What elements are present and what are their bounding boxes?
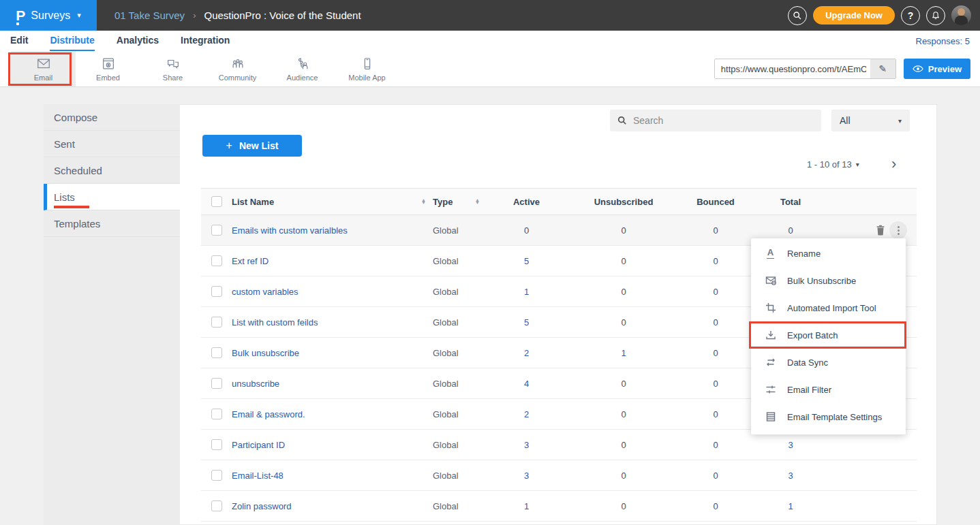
list-name-link[interactable]: Bulk unsubscribe [232, 348, 299, 358]
list-name-link[interactable]: Participant ID [232, 440, 285, 450]
sidebar-item-lists[interactable]: Lists [44, 184, 180, 210]
toolbar-item-email[interactable]: Email [11, 51, 76, 86]
total-count[interactable]: 3 [753, 440, 828, 450]
bounced-count[interactable]: 0 [678, 471, 753, 481]
row-checkbox[interactable] [211, 470, 222, 481]
list-search-input[interactable] [633, 115, 821, 126]
bounced-count[interactable]: 0 [678, 379, 753, 389]
active-count[interactable]: 2 [484, 348, 569, 358]
sidebar-item-templates[interactable]: Templates [44, 210, 180, 237]
surveys-product-menu[interactable]: P Surveys ▾ [0, 0, 97, 31]
sidebar-item-scheduled[interactable]: Scheduled [44, 157, 180, 184]
list-name-link[interactable]: Email-List-48 [232, 471, 284, 481]
bounced-count[interactable]: 0 [678, 409, 753, 419]
unsubscribed-count[interactable]: 0 [569, 501, 678, 511]
sidebar-item-sent[interactable]: Sent [44, 131, 180, 157]
list-filter-dropdown[interactable]: All ▾ [831, 110, 910, 131]
help-icon[interactable]: ? [901, 6, 920, 25]
unsubscribed-count[interactable]: 0 [569, 471, 678, 481]
menu-item-bulk-unsubscribe[interactable]: Bulk Unsubscribe [751, 267, 906, 294]
list-name-link[interactable]: Emails with custom varialbles [232, 225, 348, 236]
active-count[interactable]: 0 [484, 225, 569, 236]
row-checkbox[interactable] [211, 255, 222, 266]
menu-item-export-batch[interactable]: Export Batch [751, 321, 906, 349]
menu-item-email-template-settings[interactable]: Email Template Settings [751, 403, 906, 430]
pagination-range-dropdown[interactable]: 1 - 10 of 13 ▾ [807, 159, 859, 170]
new-list-button[interactable]: + New List [202, 135, 302, 157]
bounced-count[interactable]: 0 [678, 348, 753, 358]
bounced-count[interactable]: 0 [678, 317, 753, 328]
tab-analytics[interactable]: Analytics [117, 31, 159, 51]
sort-icon[interactable]: ▲▼ [475, 199, 480, 204]
bounced-count[interactable]: 0 [678, 440, 753, 450]
menu-item-automated-import-tool[interactable]: Automated Import Tool [751, 294, 906, 321]
row-checkbox[interactable] [211, 347, 222, 358]
sort-icon[interactable]: ▲▼ [421, 199, 426, 204]
active-count[interactable]: 4 [484, 379, 569, 389]
search-icon[interactable] [788, 6, 807, 25]
upgrade-now-button[interactable]: Upgrade Now [813, 6, 895, 25]
active-count[interactable]: 2 [484, 409, 569, 419]
email-sidebar: Compose Sent Scheduled Lists Templates [44, 104, 180, 525]
active-count[interactable]: 1 [484, 501, 569, 511]
unsubscribed-count[interactable]: 0 [569, 440, 678, 450]
menu-item-rename[interactable]: A Rename [751, 240, 906, 267]
user-avatar[interactable] [951, 5, 971, 25]
list-name-link[interactable]: custom variables [232, 287, 298, 297]
delete-trash-icon[interactable] [876, 224, 887, 236]
active-count[interactable]: 5 [484, 317, 569, 328]
active-count[interactable]: 5 [484, 256, 569, 266]
bounced-count[interactable]: 0 [678, 256, 753, 266]
total-count[interactable]: 0 [753, 225, 828, 236]
pagination-next-button[interactable]: › [891, 157, 896, 172]
row-checkbox[interactable] [211, 378, 222, 389]
edit-url-pencil-icon[interactable]: ✎ [870, 59, 895, 78]
active-count[interactable]: 3 [484, 440, 569, 450]
active-count[interactable]: 1 [484, 287, 569, 297]
breadcrumb-survey-link[interactable]: 01 Take Survey [114, 10, 185, 21]
unsubscribed-count[interactable]: 0 [569, 256, 678, 266]
bounced-count[interactable]: 0 [678, 501, 753, 511]
unsubscribed-count[interactable]: 0 [569, 225, 678, 236]
total-count[interactable]: 3 [753, 471, 828, 481]
unsubscribed-count[interactable]: 0 [569, 317, 678, 328]
toolbar-item-embed[interactable]: Embed [76, 51, 140, 86]
row-more-options-button[interactable] [889, 221, 907, 239]
list-name-link[interactable]: List with custom feilds [232, 317, 318, 328]
sidebar-item-compose[interactable]: Compose [44, 104, 180, 131]
menu-item-data-sync[interactable]: Data Sync [751, 349, 906, 376]
responses-count[interactable]: Responses: 5 [916, 31, 970, 51]
list-name-link[interactable]: Ext ref ID [232, 256, 269, 266]
survey-url-input[interactable] [715, 59, 870, 78]
toolbar-item-community[interactable]: Community [205, 51, 270, 86]
list-name-link[interactable]: unsubscribe [232, 379, 279, 389]
col-bounced: Bounced [678, 197, 753, 207]
unsubscribed-count[interactable]: 0 [569, 409, 678, 419]
row-checkbox[interactable] [211, 225, 222, 236]
list-name-link[interactable]: Email & password. [232, 409, 305, 419]
bounced-count[interactable]: 0 [678, 225, 753, 236]
row-checkbox[interactable] [211, 409, 222, 419]
select-all-checkbox[interactable] [211, 196, 222, 207]
toolbar-item-audience[interactable]: Audience [270, 51, 335, 86]
bounced-count[interactable]: 0 [678, 287, 753, 297]
tab-integration[interactable]: Integration [181, 31, 230, 51]
row-checkbox[interactable] [211, 317, 222, 328]
tab-edit[interactable]: Edit [10, 31, 28, 51]
preview-button[interactable]: Preview [904, 59, 970, 79]
total-count[interactable]: 1 [753, 501, 828, 511]
unsubscribed-count[interactable]: 0 [569, 287, 678, 297]
row-checkbox[interactable] [211, 286, 222, 297]
unsubscribed-count[interactable]: 1 [569, 348, 678, 358]
list-name-link[interactable]: Zolin password [232, 501, 291, 511]
toolbar-item-share[interactable]: Share [140, 51, 205, 86]
row-checkbox[interactable] [211, 439, 222, 450]
menu-item-email-filter[interactable]: Email Filter [751, 376, 906, 403]
notifications-bell-icon[interactable] [926, 6, 945, 25]
row-checkbox[interactable] [211, 500, 222, 511]
toolbar-item-mobile-app[interactable]: Mobile App [335, 51, 399, 86]
tab-distribute[interactable]: Distribute [50, 31, 94, 51]
unsubscribed-count[interactable]: 0 [569, 379, 678, 389]
crop-import-icon [765, 302, 776, 314]
active-count[interactable]: 3 [484, 471, 569, 481]
